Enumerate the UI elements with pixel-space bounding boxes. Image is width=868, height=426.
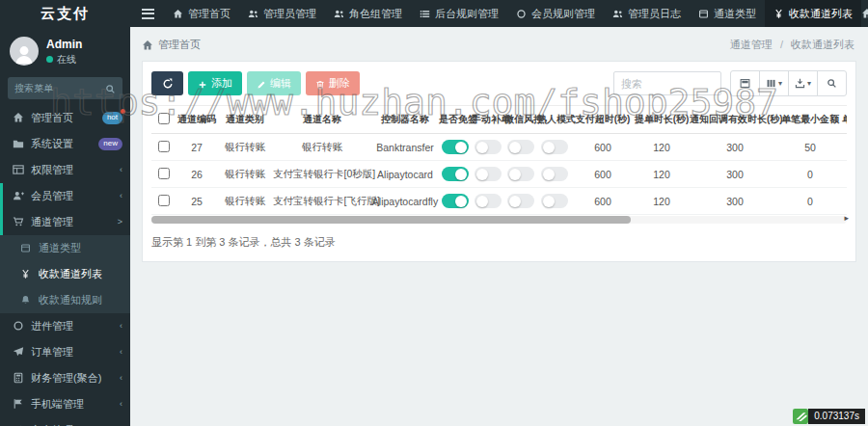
cell-code: 25 [176,188,217,215]
sidebar-item-admin-home[interactable]: 管理首页hot [0,105,130,131]
breadcrumb-left-label[interactable]: 管理首页 [158,38,201,52]
sidebar-item-merchant-entry[interactable]: 进件管理‹ [0,313,130,339]
sidebar-item-article[interactable]: 文章管理‹ [0,417,130,426]
thinkphp-logo-icon [793,409,808,424]
toggle-手动补单[interactable] [475,167,502,181]
nav-item-payment-channel-list[interactable]: 收款通道列表 [765,0,861,27]
box-icon [20,243,31,253]
search-button[interactable] [817,70,847,96]
sidebar-subitem-channel-type[interactable]: 通道类型 [0,235,130,261]
sidebar-toggle[interactable] [130,0,164,27]
cell-timeout: 600 [572,134,634,161]
toggle-熟人模式[interactable] [541,167,568,181]
toggle-手动补单[interactable] [475,194,502,208]
nav-item-channel-type[interactable]: 通道类型 [690,0,765,27]
sidebar-item-member[interactable]: 会员管理‹ [0,183,130,209]
nav-item-admin-home[interactable]: 管理首页 [164,0,239,27]
sidebar-item-label: 订单管理 [31,345,73,359]
nav-item-role-group[interactable]: 角色组管理 [325,0,411,27]
scrollbar-thumb[interactable] [151,216,631,224]
toggle-是否免签[interactable] [442,167,469,181]
delete-button[interactable]: 删除 [306,71,360,95]
cell-min: 50 [780,134,840,161]
send-icon [13,346,24,358]
circle-icon [516,9,527,19]
sidebar-item-finance[interactable]: 财务管理(聚合)‹ [0,365,130,391]
toggle-是否免签[interactable] [442,140,469,154]
nav-item-label: 角色组管理 [349,7,402,21]
sidebar-user-panel: Admin 在线 [0,27,130,74]
chevron-left-icon: ‹ [120,165,122,174]
navbar-right: Admin [861,0,868,27]
pencil-icon [257,77,266,89]
cell-max: 0 [840,188,847,215]
table-view-buttons: ▾▾ [730,70,847,96]
userplus-icon [13,190,24,201]
record-summary: 显示第 1 到第 3 条记录，总共 3 条记录 [151,235,847,250]
home-shortcut-button[interactable] [861,8,868,19]
plus-icon [198,77,207,89]
toggle-微信风控[interactable] [507,140,534,154]
cell-controller: Banktransfer [371,134,439,161]
row-checkbox[interactable] [158,168,170,179]
sidebar-item-system-settings[interactable]: 系统设置new [0,131,130,157]
row-checkbox[interactable] [158,195,170,206]
cell-min: 0 [780,161,840,188]
circle-icon [13,320,24,332]
toggle-熟人模式[interactable] [541,140,568,154]
search-icon [105,84,116,94]
nav-item-admin-log[interactable]: 管理员日志 [604,0,690,27]
select-all-checkbox[interactable] [158,113,170,124]
toggle-手动补单[interactable] [475,140,502,154]
col-header: 提单时长(秒) [634,106,690,134]
row-checkbox[interactable] [158,141,170,152]
nav-item-backend-rules[interactable]: 后台规则管理 [411,0,507,27]
users-icon [248,9,258,19]
sidebar-subitem-label: 收款通知规则 [39,293,102,307]
sidebar-item-mobile[interactable]: 手机端管理‹ [0,391,130,417]
export-button[interactable]: ▾ [788,70,818,96]
table-row: 26银行转账支付宝转银行卡[0秒版]Alipaytocard6001203000… [151,161,847,188]
breadcrumb-separator: / [780,39,783,50]
nav-item-admin-manage[interactable]: 管理员管理 [239,0,325,27]
cell-max: 10000 [840,134,847,161]
sidebar-subitem-payment-notify-rules[interactable]: 收款通知规则 [0,287,130,313]
edit-button[interactable]: 编辑 [247,71,301,95]
columns-button[interactable]: ▾ [759,70,789,96]
sidebar-subitem-payment-channel-list[interactable]: 收款通道列表 [0,261,130,287]
toggle-微信风控[interactable] [507,167,534,181]
columns-icon [766,78,776,89]
sidebar-item-permission[interactable]: 权限管理‹ [0,157,130,183]
cell-type: 银行转账 [217,134,273,161]
sidebar-item-label: 管理首页 [31,111,73,125]
table-search-input[interactable] [613,71,721,95]
debug-trace-bar[interactable]: 0.073137s [793,409,865,424]
col-header: 控制器名称 [371,106,439,134]
refresh-button[interactable] [151,71,183,95]
cell-notify: 300 [690,161,780,188]
menu-search-input[interactable] [14,83,101,93]
col-header: 支付超时(秒) [572,106,634,134]
toggle-是否免签[interactable] [442,194,469,208]
breadcrumb: 管理首页 通道管理 / 收款通道列表 [130,27,868,61]
table-icon [13,164,24,175]
breadcrumb-parent[interactable]: 通道管理 [730,39,773,50]
nav-item-member-rules[interactable]: 会员规则管理 [507,0,604,27]
top-navbar: 云支付 管理首页管理员管理角色组管理后台规则管理会员规则管理管理员日志通道类型收… [0,0,868,27]
table-scroll-area: 通道编码通道类别通道名称控制器名称是否免签手动补单微信风控熟人模式支付超时(秒)… [151,105,847,215]
toggle-微信风控[interactable] [507,194,534,208]
scroll-right-arrow[interactable]: ▸ [844,213,849,223]
list-icon [420,9,430,19]
cell-duration: 120 [634,188,690,215]
channel-table: 通道编码通道类别通道名称控制器名称是否免签手动补单微信风控熟人模式支付超时(秒)… [151,105,847,215]
sidebar-item-channel[interactable]: 通道管理˃ [0,209,130,235]
col-header: 单笔最小金额 [780,106,840,134]
horizontal-scrollbar[interactable]: ▸ [151,216,847,224]
view-detail-button[interactable] [730,70,760,96]
home-icon [142,40,153,51]
toggle-熟人模式[interactable] [541,194,568,208]
nav-item-label: 通道类型 [714,7,756,21]
user-avatar[interactable] [10,37,39,66]
sidebar-item-order[interactable]: 订单管理‹ [0,339,130,365]
add-button[interactable]: 添加 [188,71,242,95]
